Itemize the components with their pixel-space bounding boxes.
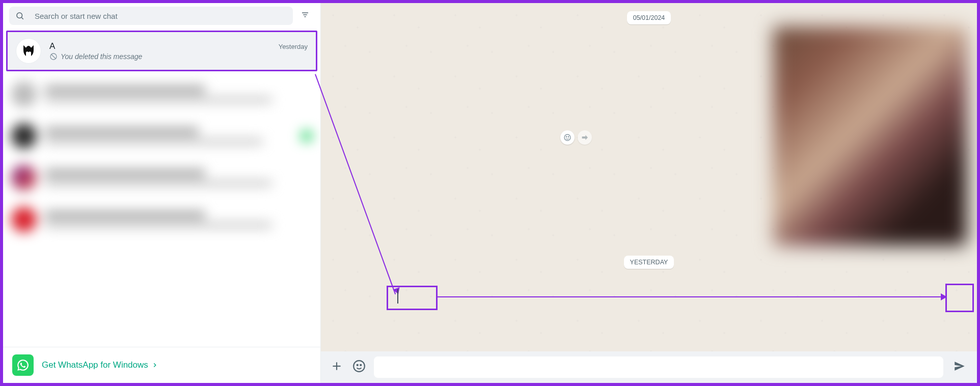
attach-button[interactable] (329, 360, 344, 375)
search-field[interactable] (9, 7, 293, 25)
forward-react-icon[interactable] (578, 130, 592, 145)
search-row (3, 3, 320, 29)
svg-point-14 (360, 365, 361, 366)
chat-pane: 05/01/2024 YESTERDAY (321, 3, 977, 383)
chat-info: A Yesterday You deleted this message (49, 41, 308, 61)
send-button[interactable] (950, 358, 969, 376)
chat-name: A (49, 41, 55, 51)
svg-point-9 (568, 136, 568, 137)
footer-label: Get WhatsApp for Windows (42, 360, 148, 370)
get-desktop-banner[interactable]: Get WhatsApp for Windows (3, 347, 320, 383)
search-icon (15, 11, 24, 20)
whatsapp-logo-icon (12, 354, 34, 376)
chat-time: Yesterday (279, 43, 308, 50)
message-composer (321, 351, 977, 383)
blurred-chat-list (3, 73, 320, 240)
chat-item-highlighted[interactable]: A Yesterday You deleted this message (6, 31, 317, 71)
avatar (16, 38, 41, 64)
search-input[interactable] (24, 12, 287, 20)
chat-preview: You deleted this message (49, 52, 308, 61)
image-message-blurred[interactable] (773, 26, 967, 245)
chat-preview-text: You deleted this message (61, 52, 142, 61)
ban-icon (49, 52, 58, 61)
svg-point-8 (566, 136, 566, 137)
svg-point-13 (357, 365, 358, 366)
emoji-icon (352, 360, 366, 375)
send-icon (953, 360, 966, 375)
svg-point-12 (353, 361, 365, 372)
svg-point-0 (17, 13, 22, 18)
date-pill-bottom: YESTERDAY (624, 256, 674, 269)
whatsapp-web-app: A Yesterday You deleted this message (0, 0, 980, 386)
filter-button[interactable] (296, 7, 314, 25)
plus-icon (330, 360, 343, 375)
annotation-text-caret (397, 289, 398, 304)
message-input-wrap[interactable] (374, 356, 943, 378)
emoji-button[interactable] (351, 360, 367, 375)
chat-list[interactable]: A Yesterday You deleted this message (3, 29, 320, 347)
filter-icon (301, 10, 310, 21)
message-input[interactable] (380, 363, 937, 372)
chevron-right-icon (151, 362, 158, 369)
date-pill-top: 05/01/2024 (627, 11, 671, 24)
reaction-row[interactable] (560, 130, 592, 145)
messages-area[interactable]: 05/01/2024 YESTERDAY (321, 3, 977, 351)
svg-point-7 (564, 134, 570, 141)
svg-line-6 (51, 54, 56, 59)
chat-sidebar: A Yesterday You deleted this message (3, 3, 321, 383)
svg-line-1 (21, 17, 23, 19)
footer-text: Get WhatsApp for Windows (42, 360, 158, 370)
emoji-react-icon[interactable] (560, 130, 575, 145)
